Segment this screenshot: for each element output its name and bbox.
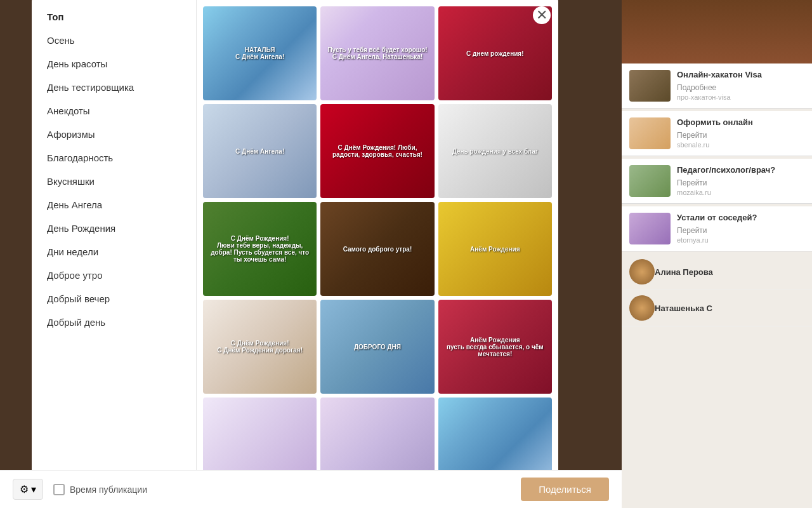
category-item-den-krasoty[interactable]: День красоты (32, 52, 196, 76)
category-item-dobroe-utro[interactable]: Доброе утро (32, 264, 196, 287)
sidebar-ad-link-ad2[interactable]: Перейти (677, 131, 804, 140)
category-sidebar: ТопОсеньДень красотыДень тестировщикаАне… (32, 0, 197, 483)
sidebar-ad-domain-ad2: sbenale.ru (677, 141, 804, 149)
sidebar-ad-title-ad1: Онлайн-хакатон Visa (677, 70, 804, 81)
sidebar-ad-domain-ad4: etornya.ru (677, 236, 804, 244)
category-item-osen[interactable]: Осень (32, 29, 196, 52)
sidebar-ad-link-ad1[interactable]: Подробнее (677, 83, 804, 92)
avatar-u2 (629, 295, 655, 321)
gear-icon: ⚙ (20, 483, 29, 495)
grid-image-1[interactable]: НАТАЛЬЯ С Днём Ангела! (203, 6, 317, 100)
user-name-u1[interactable]: Алина Перова (655, 267, 713, 277)
sidebar-ad-image-ad4 (629, 213, 671, 244)
category-item-den-rozhdeniya[interactable]: День Рождения (32, 217, 196, 240)
grid-image-6[interactable]: День рождения у всех благ (438, 104, 552, 198)
sidebar-ad-image-ad2 (629, 117, 671, 149)
publish-time-wrap: Время публикации (53, 484, 511, 495)
modal-close-button[interactable]: ✕ (533, 6, 551, 24)
publish-time-label: Время публикации (70, 485, 147, 495)
category-item-den-angela[interactable]: День Ангела (32, 193, 196, 217)
category-item-anekdoty[interactable]: Анекдоты (32, 99, 196, 123)
category-item-blagodarnost[interactable]: Благодарность (32, 146, 196, 170)
category-item-vkusnyashki[interactable]: Вкусняшки (32, 170, 196, 193)
category-item-dobryy-vecher[interactable]: Добрый вечер (32, 287, 196, 311)
grid-image-7[interactable]: С Днём Рождения! Люви тебе веры, надежды… (203, 202, 317, 296)
category-item-top[interactable]: Топ (32, 5, 196, 29)
sidebar-user-u1: Алина Перова (622, 254, 812, 290)
sidebar-ad-image-ad1 (629, 70, 671, 102)
sidebar-ad-title-ad4: Устали от соседей? (677, 213, 804, 224)
category-item-dni-nedeli[interactable]: Дни недели (32, 240, 196, 264)
grid-image-8[interactable]: Самого доброго утра! (320, 202, 434, 296)
sidebar-user-u2: Наташенька С (622, 290, 812, 326)
grid-image-4[interactable]: С Днём Ангела! (203, 104, 317, 198)
grid-image-5[interactable]: С Днём Рождения! Люби, радости, здоровья… (320, 104, 434, 198)
modal-body: ТопОсеньДень красотыДень тестировщикаАне… (32, 0, 558, 483)
sidebar-ad-link-ad4[interactable]: Перейти (677, 226, 804, 235)
category-item-dobryy-den[interactable]: Добрый день (32, 311, 196, 334)
sidebar-ad-ad1: Онлайн-хакатон VisaПодробнеепро-хакатон-… (622, 64, 812, 109)
sidebar-ad-title-ad2: Оформить онлайн (677, 117, 804, 128)
gear-button[interactable]: ⚙ ▾ (13, 479, 43, 500)
sidebar-ad-ad3: Педагог/психолог/врач?Перейтиmozaika.ru (622, 159, 812, 204)
sidebar-ad-ad4: Устали от соседей?Перейтиetornya.ru (622, 206, 812, 251)
share-button[interactable]: Поделиться (521, 478, 609, 501)
sidebar-ad-domain-ad1: про-хакатон-visa (677, 93, 804, 101)
sidebar-ad-image-ad3 (629, 165, 671, 197)
modal-dialog: ✕ ТопОсеньДень красотыДень тестировщикаА… (32, 0, 558, 483)
image-grid: НАТАЛЬЯ С Днём Ангела!Пусть у тебя всё б… (197, 0, 558, 483)
grid-image-10[interactable]: С Днём Рождения! С Днём Рождения дорогая… (203, 300, 317, 394)
category-item-den-testirovschika[interactable]: День тестировщика (32, 76, 196, 99)
grid-image-9[interactable]: Анём Рождения (438, 202, 552, 296)
sidebar-ad-ad2: Оформить онлайнПерейтиsbenale.ru (622, 111, 812, 156)
user-name-u2[interactable]: Наташенька С (655, 304, 712, 313)
sidebar-ad-title-ad3: Педагог/психолог/врач? (677, 165, 804, 176)
sidebar-ad-domain-ad3: mozaika.ru (677, 189, 804, 196)
dropdown-icon: ▾ (31, 483, 36, 495)
bottom-bar: ⚙ ▾ Время публикации Поделиться (0, 470, 622, 508)
publish-time-checkbox[interactable] (53, 484, 65, 495)
grid-image-2[interactable]: Пусть у тебя всё будет хорошо! С Днём Ан… (320, 6, 434, 100)
right-sidebar: Онлайн-хакатон VisaПодробнеепро-хакатон-… (622, 0, 812, 508)
avatar-u1 (629, 259, 655, 284)
sidebar-ad-link-ad3[interactable]: Перейти (677, 178, 804, 187)
grid-image-12[interactable]: Анём Рождения пусть всегда сбывается, о … (438, 300, 552, 394)
grid-image-11[interactable]: ДОБРОГО ДНЯ (320, 300, 434, 394)
category-item-aforizmy[interactable]: Афоризмы (32, 123, 196, 146)
